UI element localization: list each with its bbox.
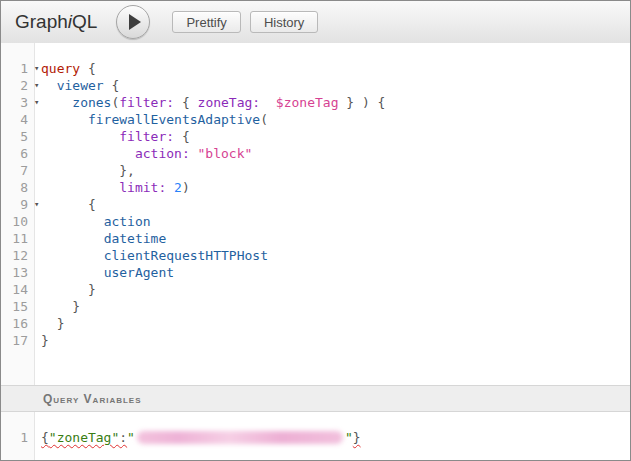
token-key: "zoneTag" — [49, 430, 119, 445]
token-attr: filter: — [119, 95, 174, 110]
graphiql-window: GraphiQL Prettify History 1▾query {2▾ vi… — [0, 0, 631, 461]
token-pn: } — [41, 299, 80, 314]
code-line[interactable]: 8 limit: 2) — [1, 179, 630, 196]
code-text: action: "block" — [41, 145, 630, 162]
token-pn — [41, 112, 88, 127]
prettify-button[interactable]: Prettify — [172, 11, 240, 33]
code-text: viewer { — [41, 77, 630, 94]
graphiql-logo: GraphiQL — [15, 11, 97, 33]
query-variables-title: Query Variables — [43, 392, 142, 406]
token-num: 2 — [174, 180, 182, 195]
token-prop: userAgent — [104, 265, 174, 280]
code-text: } — [41, 315, 630, 332]
line-number: 12 — [1, 247, 28, 264]
line-number: 1 — [1, 60, 28, 77]
token-pn: : — [119, 430, 127, 445]
query-variables-titlebar[interactable]: Query Variables — [1, 385, 630, 412]
code-text: action — [41, 213, 630, 230]
code-line[interactable]: 6 action: "block" — [1, 145, 630, 162]
code-line[interactable]: 15 } — [1, 298, 630, 315]
code-text: userAgent — [41, 264, 630, 281]
code-line[interactable]: 2▾ viewer { — [1, 77, 630, 94]
line-number: 14 — [1, 281, 28, 298]
token-prop: viewer — [57, 78, 104, 93]
token-pn — [41, 129, 119, 144]
token-pn — [41, 231, 104, 246]
code-text: firewallEventsAdaptive( — [41, 111, 630, 128]
token-pn: { — [174, 95, 197, 110]
token-key: " — [345, 430, 353, 445]
fold-arrow-icon[interactable]: ▾ — [34, 196, 42, 213]
token-pn — [41, 78, 57, 93]
code-line[interactable]: 12 clientRequestHTTPHost — [1, 247, 630, 264]
code-line[interactable]: 4 firewallEventsAdaptive( — [1, 111, 630, 128]
line-number: 11 — [1, 230, 28, 247]
redacted-zone-id-value — [137, 431, 343, 444]
variables-editor-lines: 1{"zoneTag":""} — [1, 412, 630, 446]
code-line[interactable]: 10 action — [1, 213, 630, 230]
line-number: 2 — [1, 77, 28, 94]
line-number: 8 — [1, 179, 28, 196]
code-text: query { — [41, 60, 630, 77]
code-text: } — [41, 298, 630, 315]
toolbar: GraphiQL Prettify History — [1, 1, 630, 44]
line-number: 17 — [1, 332, 28, 349]
code-line[interactable]: 5 filter: { — [1, 128, 630, 145]
code-line[interactable]: 1▾query { — [1, 60, 630, 77]
code-line[interactable]: 17} — [1, 332, 630, 349]
code-text: } — [41, 332, 630, 349]
token-pn — [166, 180, 174, 195]
fold-arrow-icon[interactable]: ▾ — [34, 60, 42, 77]
code-text: {"zoneTag":""} — [41, 429, 630, 446]
token-pn — [190, 146, 198, 161]
line-number: 15 — [1, 298, 28, 315]
token-pn: }, — [41, 163, 135, 178]
token-pn: { — [174, 129, 190, 144]
token-pn — [41, 146, 135, 161]
code-line[interactable]: 9▾ { — [1, 196, 630, 213]
play-icon — [129, 14, 141, 30]
history-button[interactable]: History — [250, 11, 318, 33]
code-line[interactable]: 11 datetime — [1, 230, 630, 247]
line-number: 5 — [1, 128, 28, 145]
logo-text: Graph — [15, 11, 68, 32]
token-prop: action — [104, 214, 151, 229]
token-attr: action: — [135, 146, 190, 161]
code-line[interactable]: 7 }, — [1, 162, 630, 179]
token-pn — [260, 95, 276, 110]
line-number: 7 — [1, 162, 28, 179]
line-number: 3 — [1, 94, 28, 111]
code-text: clientRequestHTTPHost — [41, 247, 630, 264]
execute-query-button[interactable] — [116, 5, 150, 39]
token-attr: zoneTag: — [198, 95, 261, 110]
token-pn — [41, 95, 72, 110]
code-line[interactable]: 14 } — [1, 281, 630, 298]
code-line[interactable]: 13 userAgent — [1, 264, 630, 281]
token-pn — [41, 180, 119, 195]
fold-arrow-icon[interactable]: ▾ — [34, 94, 42, 111]
line-number: 1 — [1, 429, 28, 446]
token-key: " — [127, 430, 135, 445]
query-editor-lines: 1▾query {2▾ viewer {3▾ zones(filter: { z… — [1, 43, 630, 349]
token-pn — [41, 248, 104, 263]
code-line[interactable]: 1{"zoneTag":""} — [1, 429, 630, 446]
token-pn: { — [104, 78, 120, 93]
token-var: $zoneTag — [276, 95, 339, 110]
code-line[interactable]: 16 } — [1, 315, 630, 332]
token-pn — [41, 214, 104, 229]
query-variables-editor[interactable]: 1{"zoneTag":""} — [1, 412, 630, 460]
line-number: 13 — [1, 264, 28, 281]
line-number: 4 — [1, 111, 28, 128]
token-prop: datetime — [104, 231, 167, 246]
query-editor[interactable]: 1▾query {2▾ viewer {3▾ zones(filter: { z… — [1, 43, 630, 385]
logo-text: QL — [72, 11, 97, 32]
token-pn: { — [80, 61, 96, 76]
line-number: 6 — [1, 145, 28, 162]
token-attr: limit: — [119, 180, 166, 195]
token-pn: } — [41, 333, 49, 348]
token-attr: filter: — [119, 129, 174, 144]
fold-arrow-icon[interactable]: ▾ — [34, 77, 42, 94]
token-pn: } — [41, 316, 64, 331]
token-str: "block" — [198, 146, 253, 161]
code-line[interactable]: 3▾ zones(filter: { zoneTag: $zoneTag } )… — [1, 94, 630, 111]
